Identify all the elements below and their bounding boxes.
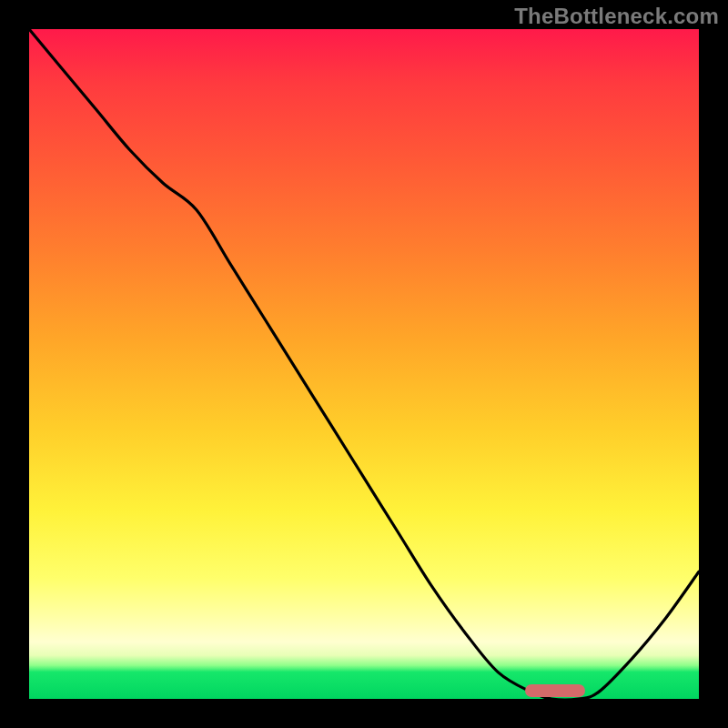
- chart-container: TheBottleneck.com: [0, 0, 728, 728]
- optimal-range-marker: [525, 684, 585, 697]
- attribution-text: TheBottleneck.com: [514, 4, 719, 29]
- plot-area: [29, 29, 699, 699]
- bottleneck-curve: [29, 29, 699, 699]
